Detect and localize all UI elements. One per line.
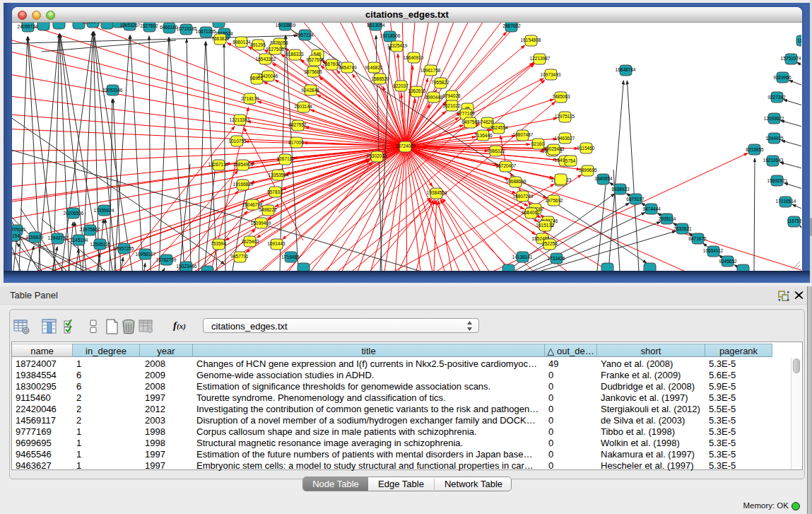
svg-text:7625402: 7625402 [241, 239, 259, 244]
svg-text:16033809: 16033809 [276, 23, 296, 28]
svg-text:13353594: 13353594 [269, 173, 289, 177]
svg-text:7485063: 7485063 [552, 94, 570, 99]
svg-text:2935114: 2935114 [659, 216, 676, 221]
svg-text:5754: 5754 [565, 158, 576, 163]
svg-text:7632621: 7632621 [673, 226, 692, 231]
svg-text:9245652: 9245652 [719, 259, 737, 264]
svg-text:8938923: 8938923 [611, 187, 630, 192]
svg-text:25302033: 25302033 [367, 153, 387, 158]
svg-text:16671355: 16671355 [196, 29, 216, 34]
svg-text:3875685: 3875685 [304, 69, 322, 74]
svg-text:17359924: 17359924 [94, 208, 114, 213]
svg-text:19384554: 19384554 [427, 190, 447, 195]
svg-text:9474444: 9474444 [642, 206, 661, 211]
svg-text:9899695: 9899695 [579, 168, 597, 173]
svg-text:19463627: 19463627 [555, 136, 575, 141]
svg-text:23975867: 23975867 [80, 227, 100, 232]
svg-text:2867608: 2867608 [322, 62, 341, 66]
svg-text:557833: 557833 [267, 189, 283, 194]
svg-text:10025433: 10025433 [544, 146, 565, 151]
svg-text:7986322: 7986322 [487, 148, 505, 153]
svg-text:1156829: 1156829 [26, 235, 44, 240]
svg-text:1615132: 1615132 [536, 223, 554, 228]
svg-text:9146821: 9146821 [365, 65, 383, 70]
svg-text:2887682: 2887682 [502, 23, 521, 28]
svg-text:8186323: 8186323 [286, 52, 304, 57]
svg-text:10807487: 10807487 [513, 132, 534, 137]
svg-text:18640910: 18640910 [404, 55, 424, 60]
svg-text:1975692: 1975692 [545, 198, 563, 203]
svg-text:9457791: 9457791 [230, 254, 249, 259]
svg-text:12505135: 12505135 [90, 242, 111, 247]
svg-text:1640954: 1640954 [594, 176, 613, 181]
svg-text:8454749: 8454749 [339, 65, 357, 70]
svg-text:12213987: 12213987 [530, 56, 551, 61]
svg-text:3267110: 3267110 [277, 156, 295, 161]
svg-text:1527602: 1527602 [140, 23, 158, 28]
svg-text:2718170: 2718170 [241, 96, 259, 101]
svg-text:12975115: 12975115 [555, 114, 575, 119]
svg-text:8427552: 8427552 [288, 122, 307, 127]
svg-text:9227342: 9227342 [767, 95, 786, 100]
svg-text:16046798: 16046798 [242, 202, 263, 207]
svg-text:16854908: 16854908 [233, 162, 254, 167]
svg-text:20691406: 20691406 [83, 23, 104, 24]
svg-text:14136141: 14136141 [512, 255, 533, 259]
svg-text:1362615: 1362615 [408, 88, 426, 93]
svg-text:15751074: 15751074 [781, 56, 801, 61]
svg-text:7957224: 7957224 [295, 33, 314, 37]
svg-text:8960124: 8960124 [233, 40, 251, 45]
svg-text:1691443: 1691443 [267, 241, 286, 246]
svg-text:19218506: 19218506 [380, 33, 401, 38]
svg-text:2136446: 2136446 [474, 133, 493, 138]
svg-text:39154: 39154 [12, 233, 20, 238]
svg-text:252254: 252254 [542, 241, 558, 246]
svg-text:6497568: 6497568 [461, 119, 480, 124]
svg-text:891295: 891295 [250, 42, 266, 47]
svg-text:7955822: 7955822 [431, 80, 449, 85]
svg-text:16099469: 16099469 [251, 221, 271, 226]
svg-text:74626: 74626 [481, 119, 493, 124]
svg-text:3624554: 3624554 [490, 125, 508, 130]
svg-text:1145194: 1145194 [71, 238, 88, 243]
svg-text:9242848: 9242848 [301, 88, 319, 93]
svg-text:8215955: 8215955 [746, 147, 764, 152]
svg-text:1733426: 1733426 [547, 256, 565, 261]
svg-text:17957255: 17957255 [114, 246, 134, 251]
svg-text:8990448: 8990448 [425, 95, 443, 100]
svg-text:1010755: 1010755 [228, 139, 247, 144]
svg-text:23420046: 23420046 [258, 74, 278, 78]
svg-text:1716485: 1716485 [281, 255, 300, 259]
svg-text:62160: 62160 [531, 141, 544, 146]
svg-text:116753: 116753 [787, 218, 801, 223]
svg-text:1588520: 1588520 [371, 76, 389, 81]
svg-text:9115460: 9115460 [577, 146, 595, 151]
svg-text:13267130: 13267130 [208, 162, 229, 167]
svg-text:10688609: 10688609 [506, 179, 526, 184]
svg-text:6466160: 6466160 [160, 25, 178, 30]
svg-text:7663822: 7663822 [211, 36, 230, 41]
svg-text:1621022: 1621022 [442, 103, 461, 108]
svg-text:20053346: 20053346 [102, 88, 123, 93]
svg-text:18807249: 18807249 [513, 194, 534, 199]
svg-text:16543362: 16543362 [256, 57, 276, 62]
svg-text:20206536: 20206536 [64, 211, 84, 216]
svg-text:24055724: 24055724 [18, 24, 38, 29]
svg-text:17016514: 17016514 [776, 199, 796, 204]
svg-text:9777169: 9777169 [457, 111, 475, 116]
svg-text:10958107: 10958107 [136, 252, 156, 257]
svg-text:12093822: 12093822 [764, 116, 784, 121]
svg-text:15692971: 15692971 [767, 178, 788, 183]
svg-text:8813054: 8813054 [367, 23, 385, 28]
svg-text:10654112: 10654112 [703, 248, 724, 253]
svg-text:10973493: 10973493 [541, 72, 561, 77]
svg-text:12942737: 12942737 [48, 235, 69, 240]
svg-text:13325419: 13325419 [387, 43, 408, 48]
svg-text:8471676: 8471676 [688, 236, 707, 241]
svg-text:6794028: 6794028 [442, 93, 461, 98]
svg-text:1112: 1112 [797, 38, 801, 43]
svg-text:1244415: 1244415 [765, 136, 784, 141]
svg-text:817006: 817006 [288, 140, 304, 145]
svg-text:9084067: 9084067 [522, 210, 540, 215]
svg-text:822037: 822037 [393, 83, 408, 88]
